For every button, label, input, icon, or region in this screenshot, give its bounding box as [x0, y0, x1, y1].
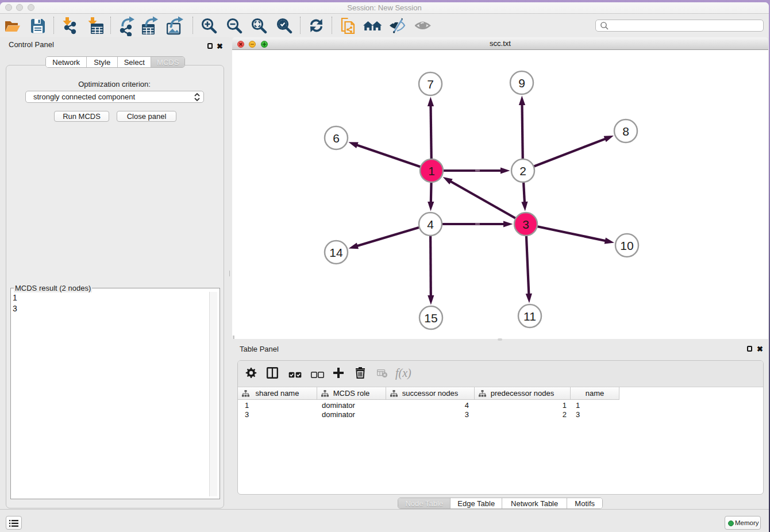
- svg-text:11: 11: [523, 310, 536, 323]
- svg-text:7: 7: [427, 78, 434, 91]
- svg-text:14: 14: [329, 246, 343, 259]
- svg-text:10: 10: [620, 239, 633, 252]
- svg-text:8: 8: [622, 125, 629, 138]
- svg-text:6: 6: [333, 132, 340, 145]
- svg-text:1: 1: [428, 164, 435, 178]
- svg-text:4: 4: [427, 218, 434, 231]
- svg-text:2: 2: [519, 164, 526, 178]
- svg-text:15: 15: [424, 311, 437, 325]
- svg-text:3: 3: [522, 218, 529, 231]
- svg-text:9: 9: [518, 76, 525, 90]
